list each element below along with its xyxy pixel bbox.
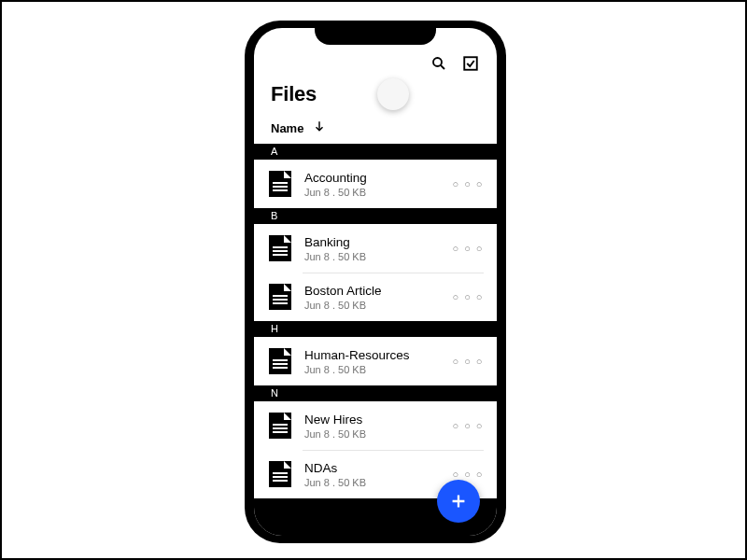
svg-line-1 <box>441 65 444 69</box>
file-text: Boston Article Jun 8 . 50 KB <box>304 284 439 311</box>
file-meta: Jun 8 . 50 KB <box>304 364 439 375</box>
file-name: Boston Article <box>304 284 439 298</box>
file-name: New Hires <box>304 413 439 427</box>
section-header-b: B <box>254 208 497 224</box>
file-text: New Hires Jun 8 . 50 KB <box>304 413 439 440</box>
file-meta: Jun 8 . 50 KB <box>304 300 439 311</box>
fab-add-button[interactable] <box>437 480 480 523</box>
list-item[interactable]: Banking Jun 8 . 50 KB ○ ○ ○ <box>254 224 497 273</box>
checkbox-select-icon[interactable] <box>461 54 480 73</box>
document-icon <box>269 413 291 439</box>
file-name: NDAs <box>304 461 439 475</box>
section-header-n: N <box>254 385 497 401</box>
arrow-down-icon <box>313 119 326 136</box>
sort-label: Name <box>271 121 303 135</box>
file-text: Accounting Jun 8 . 50 KB <box>304 171 439 198</box>
page-title: Files <box>271 82 480 106</box>
file-text: Banking Jun 8 . 50 KB <box>304 235 439 262</box>
file-meta: Jun 8 . 50 KB <box>304 251 439 262</box>
document-icon <box>269 171 291 197</box>
section-header-h: H <box>254 321 497 337</box>
file-meta: Jun 8 . 50 KB <box>304 187 439 198</box>
section-h: Human-Resources Jun 8 . 50 KB ○ ○ ○ <box>254 337 497 385</box>
list-item[interactable]: Boston Article Jun 8 . 50 KB ○ ○ ○ <box>254 273 497 321</box>
document-icon <box>269 284 291 310</box>
more-options-icon[interactable]: ○ ○ ○ <box>452 291 484 302</box>
list-item[interactable]: Accounting Jun 8 . 50 KB ○ ○ ○ <box>254 160 497 208</box>
file-text: NDAs Jun 8 . 50 KB <box>304 461 439 488</box>
file-text: Human-Resources Jun 8 . 50 KB <box>304 348 439 375</box>
touch-indicator <box>377 78 409 110</box>
plus-icon <box>448 491 469 511</box>
svg-point-0 <box>433 58 442 66</box>
more-options-icon[interactable]: ○ ○ ○ <box>452 420 484 431</box>
page-header: Files Name <box>254 77 497 144</box>
device-notch <box>315 21 436 45</box>
document-icon <box>269 348 291 374</box>
search-icon[interactable] <box>430 54 448 73</box>
more-options-icon[interactable]: ○ ○ ○ <box>452 469 484 480</box>
svg-rect-2 <box>464 57 477 70</box>
more-options-icon[interactable]: ○ ○ ○ <box>452 356 484 367</box>
more-options-icon[interactable]: ○ ○ ○ <box>452 243 484 254</box>
file-name: Accounting <box>304 171 439 185</box>
more-options-icon[interactable]: ○ ○ ○ <box>452 178 484 189</box>
phone-screen: Files Name A Acc <box>254 28 497 536</box>
file-name: Banking <box>304 235 439 249</box>
file-name: Human-Resources <box>304 348 439 362</box>
document-icon <box>269 235 291 261</box>
section-a: Accounting Jun 8 . 50 KB ○ ○ ○ <box>254 160 497 208</box>
section-header-a: A <box>254 144 497 160</box>
phone-frame: Files Name A Acc <box>245 21 506 543</box>
list-item[interactable]: New Hires Jun 8 . 50 KB ○ ○ ○ <box>254 401 497 450</box>
viewport: Files Name A Acc <box>0 0 747 560</box>
document-icon <box>269 461 291 487</box>
section-b: Banking Jun 8 . 50 KB ○ ○ ○ Boston Artic… <box>254 224 497 321</box>
file-meta: Jun 8 . 50 KB <box>304 428 439 440</box>
list-item[interactable]: Human-Resources Jun 8 . 50 KB ○ ○ ○ <box>254 337 497 385</box>
file-meta: Jun 8 . 50 KB <box>304 477 439 488</box>
file-list[interactable]: A Accounting Jun 8 . 50 KB ○ ○ ○ B <box>254 144 497 536</box>
sort-control[interactable]: Name <box>271 119 480 136</box>
